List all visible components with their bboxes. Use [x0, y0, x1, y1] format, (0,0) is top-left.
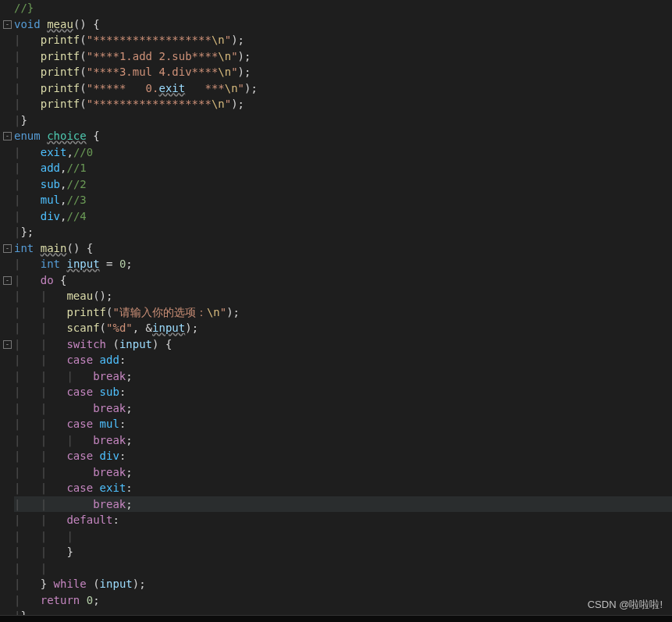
code-line[interactable]: |} [14, 112, 672, 129]
code-line[interactable]: | | case sub: [14, 384, 672, 400]
token-guide: | | [14, 482, 66, 494]
code-line[interactable]: | mul,//3 [14, 192, 672, 208]
token-op: } [20, 114, 27, 126]
token-guide: | [14, 66, 41, 78]
token-guide: | | [14, 466, 93, 478]
code-line[interactable]: enum choice { [14, 128, 672, 144]
token-str: " [231, 50, 237, 62]
token-guide: | [14, 210, 41, 222]
token-op: { [54, 274, 67, 286]
code-line[interactable]: | | scanf("%d", &input); [14, 320, 672, 336]
code-line[interactable]: void meau() { [14, 16, 672, 33]
token-guide: | [14, 274, 41, 286]
token-purple: do [41, 274, 54, 286]
token-op: : [119, 418, 126, 430]
fold-toggle-icon[interactable]: - [3, 244, 12, 253]
code-line[interactable]: | } while (input); [14, 576, 672, 592]
token-str: " [225, 34, 231, 46]
token-op: ); [185, 322, 198, 334]
token-fn: meau [66, 290, 93, 302]
code-line[interactable]: | | switch (input) { [14, 336, 672, 353]
fold-toggle-icon[interactable]: - [3, 20, 12, 29]
token-str: "%d" [106, 322, 133, 334]
code-line[interactable]: | | [14, 560, 672, 577]
token-esc: \n [212, 34, 225, 46]
code-line[interactable]: | printf("****3.mul 4.div****\n"); [14, 64, 672, 80]
token-op: ( [80, 34, 86, 46]
code-line[interactable]: | return 0; [14, 592, 672, 609]
code-line[interactable]: | | break; [14, 464, 672, 481]
code-line[interactable]: | | case mul: [14, 416, 672, 432]
code-line[interactable]: | | | break; [14, 432, 672, 449]
code-line[interactable]: | | break; [14, 496, 672, 513]
token-str: *** [185, 82, 225, 94]
token-cmt: //} [14, 2, 34, 14]
token-op: ; [126, 402, 132, 414]
token-kw: enum [14, 130, 41, 142]
code-line[interactable]: | exit,//0 [14, 144, 672, 161]
fold-gutter: ----- [0, 0, 8, 622]
code-area[interactable]: //}void meau() {| printf("**************… [14, 0, 672, 622]
token-enumc: div [41, 210, 60, 222]
token-op: ( [80, 98, 86, 110]
code-line[interactable]: | | | break; [14, 368, 672, 385]
token-op: { [87, 130, 100, 142]
token-str: "***** 0. [87, 82, 159, 94]
token-op: : [119, 354, 126, 366]
code-line[interactable]: | | case div: [14, 448, 672, 464]
fold-toggle-icon[interactable]: - [3, 340, 12, 349]
token-op [34, 242, 40, 254]
token-op: ; [126, 370, 132, 382]
code-line[interactable]: | add,//1 [14, 160, 672, 176]
token-fn: printf [41, 98, 80, 110]
code-line[interactable]: | do { [14, 272, 672, 289]
token-guide: | | [14, 354, 66, 366]
token-str: " [231, 66, 237, 78]
token-guide: | | [14, 338, 66, 350]
token-op [93, 418, 99, 430]
token-op [93, 482, 99, 494]
code-line[interactable]: | | case add: [14, 352, 672, 368]
token-purple: break [93, 370, 126, 382]
code-line[interactable]: | | case exit: [14, 480, 672, 496]
code-line[interactable]: | | default: [14, 512, 672, 528]
token-enumc: add [41, 162, 60, 174]
code-line[interactable]: | | meau(); [14, 288, 672, 304]
token-str: " [238, 82, 244, 94]
token-op: ( [80, 66, 86, 78]
token-op: ); [231, 34, 244, 46]
token-fn: printf [66, 306, 106, 318]
code-line[interactable]: | int input = 0; [14, 256, 672, 272]
code-line[interactable]: | | break; [14, 400, 672, 417]
token-enumc: exit [100, 482, 126, 494]
fold-toggle-icon[interactable]: - [3, 132, 12, 140]
token-op: ); [133, 578, 146, 590]
token-guide: | [14, 162, 41, 174]
code-line[interactable]: | | | [14, 528, 672, 545]
token-op: , [66, 146, 73, 158]
code-line[interactable]: | printf("****1.add 2.sub****\n"); [14, 48, 672, 65]
code-line[interactable]: | | printf("请输入你的选项：\n"); [14, 304, 672, 321]
token-id: input [100, 578, 133, 590]
token-guide: | | | [14, 530, 73, 542]
token-guide: | [14, 82, 41, 94]
fold-toggle-icon[interactable]: - [3, 276, 12, 285]
token-str: " [220, 306, 226, 318]
code-line[interactable]: | div,//4 [14, 208, 672, 225]
code-line[interactable]: | sub,//2 [14, 176, 672, 193]
token-guide: | [14, 98, 41, 110]
token-fnU: meau [47, 18, 73, 30]
token-op: ; [126, 466, 132, 478]
code-editor[interactable]: ----- //}void meau() {| printf("********… [0, 0, 672, 622]
token-op: ); [226, 306, 240, 318]
code-line[interactable]: | | } [14, 544, 672, 560]
code-line[interactable]: | printf("***** 0.exit ***\n"); [14, 80, 672, 97]
code-line[interactable]: |}; [14, 224, 672, 240]
token-guide: | | [14, 402, 93, 414]
code-line[interactable]: int main() { [14, 240, 672, 257]
token-op [93, 450, 99, 462]
code-line[interactable]: | printf("******************\n"); [14, 32, 672, 48]
code-line[interactable]: //} [14, 0, 672, 16]
token-str: "****************** [87, 98, 212, 110]
code-line[interactable]: | printf("******************\n"); [14, 96, 672, 112]
